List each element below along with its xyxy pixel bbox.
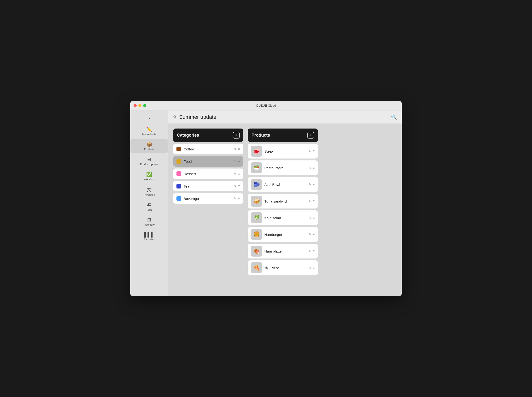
category-color-coffee <box>176 147 181 151</box>
kale-salad-drag-icon[interactable]: ≡ <box>313 216 315 220</box>
food-edit-icon[interactable]: ✎ <box>234 160 237 163</box>
categories-title: Categories <box>177 133 199 138</box>
main-content: ✎ Summer update 🔍 Categories + <box>168 111 402 296</box>
search-button[interactable]: 🔍 <box>391 114 397 120</box>
tea-actions: ✎ ≡ <box>234 184 240 188</box>
add-category-button[interactable]: + <box>233 132 240 138</box>
dessert-drag-icon[interactable]: ≡ <box>238 172 240 176</box>
beverage-drag-icon[interactable]: ≡ <box>238 197 240 200</box>
kale-salad-edit-icon[interactable]: ✎ <box>308 216 311 220</box>
product-thumb-tuna-sandwich: 🥪 <box>251 196 262 207</box>
product-item-hamburger[interactable]: 🍔 Hamburger ✎ ≡ <box>248 227 318 242</box>
product-name-hamburger: Hamburger <box>264 233 306 236</box>
steak-drag-icon[interactable]: ≡ <box>313 149 315 153</box>
coffee-edit-icon[interactable]: ✎ <box>234 147 237 151</box>
back-button[interactable]: ‹ <box>130 113 168 124</box>
app-body: ‹ ✏️ Menu drafts 📦 Products ⊞ Product op… <box>130 111 402 296</box>
product-item-acai-bowl[interactable]: 🫐 Acai Bowl ✎ ≡ <box>248 177 318 192</box>
category-color-food <box>176 159 181 164</box>
edit-icon: ✎ <box>173 114 177 120</box>
sidebar-item-inventory[interactable]: ⊞ Inventory <box>130 214 168 229</box>
tea-edit-icon[interactable]: ✎ <box>234 184 237 188</box>
dessert-edit-icon[interactable]: ✎ <box>234 172 237 176</box>
products-title: Products <box>251 133 270 138</box>
traffic-lights <box>134 104 146 107</box>
close-button[interactable] <box>134 104 137 107</box>
tuna-sandwich-edit-icon[interactable]: ✎ <box>308 199 311 203</box>
product-name-pesto-pasta: Pesto Pasta <box>264 166 306 170</box>
beverage-actions: ✎ ≡ <box>234 197 240 200</box>
tea-drag-icon[interactable]: ≡ <box>238 184 240 188</box>
sidebar: ‹ ✏️ Menu drafts 📦 Products ⊞ Product op… <box>130 111 168 296</box>
products-icon: 📦 <box>146 141 152 147</box>
pizza-drag-icon[interactable]: ≡ <box>313 266 315 270</box>
category-item-tea[interactable]: Tea ✎ ≡ <box>173 181 243 191</box>
product-item-tuna-sandwich[interactable]: 🥪 Tuna sandwich ✎ ≡ <box>248 194 318 209</box>
hamburger-edit-icon[interactable]: ✎ <box>308 233 311 236</box>
category-name-food: Food <box>184 160 232 163</box>
ham-platter-edit-icon[interactable]: ✎ <box>308 249 311 253</box>
product-thumb-hamburger: 🍔 <box>251 229 262 240</box>
category-item-food[interactable]: Food ✎ ≡ <box>173 156 243 167</box>
hidden-icon: 👁‍🗨 <box>264 266 268 270</box>
category-item-beverage[interactable]: Beverage ✎ ≡ <box>173 193 243 204</box>
category-item-coffee[interactable]: Coffee ✎ ≡ <box>173 144 243 154</box>
product-item-pesto-pasta[interactable]: 🥗 Pesto Pasta ✎ ≡ <box>248 161 318 175</box>
sidebar-label-barcodes: Barcodes <box>144 238 155 241</box>
category-name-tea: Tea <box>184 184 232 188</box>
pizza-edit-icon[interactable]: ✎ <box>308 266 311 270</box>
product-name-tuna-sandwich: Tuna sandwich <box>264 199 306 203</box>
inventory-icon: ⊞ <box>147 217 151 223</box>
add-product-button[interactable]: + <box>307 132 314 138</box>
sidebar-item-overrides[interactable]: 文 Overrides <box>130 184 168 199</box>
product-item-kale-salad[interactable]: 🥬 Kale salad ✎ ≡ <box>248 211 318 225</box>
category-name-dessert: Dessert <box>184 172 232 176</box>
hamburger-actions: ✎ ≡ <box>308 233 315 236</box>
tuna-sandwich-drag-icon[interactable]: ≡ <box>313 199 315 203</box>
product-item-steak[interactable]: 🥩 Steak ✎ ≡ <box>248 144 318 159</box>
pizza-actions: ✎ ≡ <box>308 266 315 270</box>
sidebar-item-barcodes[interactable]: ▌▌▌ Barcodes <box>130 230 168 243</box>
sidebar-item-menu-drafts[interactable]: ✏️ Menu drafts <box>130 124 168 138</box>
products-header: Products + <box>248 129 318 142</box>
product-item-pizza[interactable]: 🍕 👁‍🗨 Pizza ✎ ≡ <box>248 261 318 275</box>
sidebar-item-products[interactable]: 📦 Products <box>130 139 168 153</box>
sidebar-item-tags[interactable]: 🏷 Tags <box>130 200 168 213</box>
sidebar-item-product-options[interactable]: ⊞ Product options <box>130 154 168 168</box>
product-thumb-ham-platter: 🍖 <box>251 246 262 257</box>
sidebar-label-inventory: Inventory <box>144 223 155 226</box>
overrides-icon: 文 <box>147 186 152 193</box>
steak-edit-icon[interactable]: ✎ <box>308 149 311 153</box>
kale-salad-actions: ✎ ≡ <box>308 216 315 220</box>
sidebar-label-tags: Tags <box>146 208 152 211</box>
title-bar: QUEUE Cloud <box>130 101 402 111</box>
pesto-pasta-drag-icon[interactable]: ≡ <box>313 166 315 170</box>
sidebar-label-products: Products <box>144 148 154 151</box>
worklists-icon: ✅ <box>146 171 152 177</box>
product-name-steak: Steak <box>264 149 306 153</box>
acai-bowl-drag-icon[interactable]: ≡ <box>313 183 315 186</box>
hamburger-drag-icon[interactable]: ≡ <box>313 233 315 236</box>
products-column: Products + 🥩 Steak ✎ ≡ <box>248 129 318 291</box>
category-item-dessert[interactable]: Dessert ✎ ≡ <box>173 168 243 179</box>
acai-bowl-edit-icon[interactable]: ✎ <box>308 183 311 186</box>
pesto-pasta-edit-icon[interactable]: ✎ <box>308 166 311 170</box>
acai-bowl-actions: ✎ ≡ <box>308 183 315 186</box>
food-drag-icon[interactable]: ≡ <box>238 160 240 163</box>
beverage-edit-icon[interactable]: ✎ <box>234 197 237 200</box>
sidebar-item-worklists[interactable]: ✅ Worklists <box>130 169 168 183</box>
columns-container: Categories + Coffee ✎ ≡ <box>168 124 402 296</box>
minimize-button[interactable] <box>138 104 141 107</box>
category-color-dessert <box>176 171 181 176</box>
product-item-ham-platter[interactable]: 🍖 Ham platter ✎ ≡ <box>248 244 318 259</box>
categories-list: Coffee ✎ ≡ Food ✎ ≡ <box>173 144 243 291</box>
ham-platter-drag-icon[interactable]: ≡ <box>313 249 315 253</box>
steak-actions: ✎ ≡ <box>308 149 315 153</box>
coffee-drag-icon[interactable]: ≡ <box>238 147 240 151</box>
top-bar: ✎ Summer update 🔍 <box>168 111 402 124</box>
product-name-ham-platter: Ham platter <box>264 249 306 253</box>
tuna-sandwich-actions: ✎ ≡ <box>308 199 315 203</box>
page-title: Summer update <box>179 114 216 120</box>
fullscreen-button[interactable] <box>143 104 146 107</box>
coffee-actions: ✎ ≡ <box>234 147 240 151</box>
